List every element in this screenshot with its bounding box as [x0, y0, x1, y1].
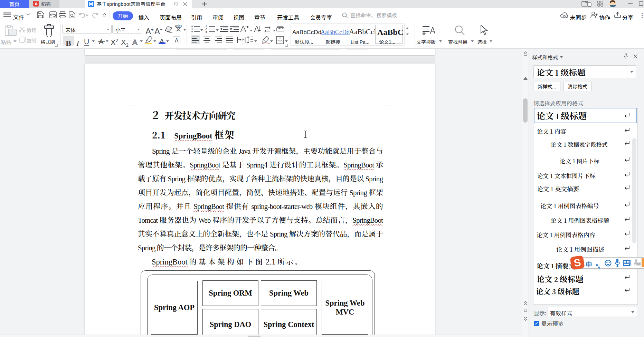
svg-text:20: 20 [637, 263, 640, 266]
